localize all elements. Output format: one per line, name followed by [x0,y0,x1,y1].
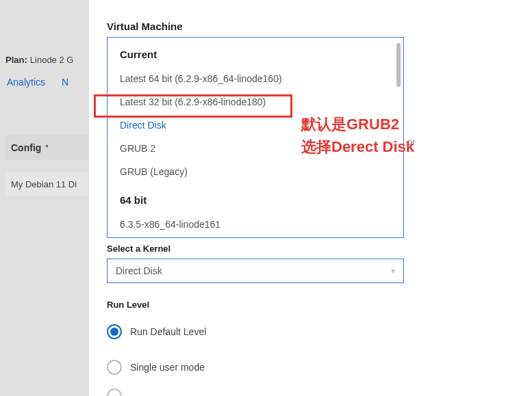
chevron-down-icon: ▾ [391,266,395,276]
radio-label: Run Default Level [130,326,206,337]
edit-config-modal: Virtual Machine or Current Latest 64 bit… [89,0,532,396]
annotation-line-1: 默认是GRUB2 [301,113,414,135]
radio-icon [107,360,122,375]
tab-analytics[interactable]: Analytics [7,77,45,88]
radio-icon [107,324,122,339]
radio-single-user[interactable]: Single user mode [107,360,205,375]
tab-n[interactable]: N [62,77,68,88]
select-kernel-label: Select a Kernel [107,243,170,254]
select-kernel-value: Direct Disk [116,265,162,276]
runlevel-label: Run Level [107,300,149,310]
dropdown-section-64bit: 64 bit [107,183,403,213]
radio-partial[interactable] [107,388,122,396]
config-section-header[interactable]: Config ˄ [5,135,89,160]
dropdown-item-latest-64[interactable]: Latest 64 bit (6.2.9-x86_64-linode160) [107,67,403,90]
annotation-line-2: 选择Derect Disk [301,135,414,158]
config-header-label: Config [11,142,41,153]
config-profile-name: My Debian 11 Di [11,179,77,189]
chevron-up-icon: ˄ [45,144,49,152]
dropdown-section-current: Current [107,38,403,67]
select-kernel-input[interactable]: Direct Disk ▾ [107,259,404,283]
vm-mode-label: Virtual Machine [107,21,183,32]
tab-row: Analytics N [7,77,68,88]
dropdown-item-635[interactable]: 6.3.5-x86_64-linode161 [107,213,403,236]
plan-value: Linode 2 G [30,55,74,65]
config-profile-row[interactable]: My Debian 11 Di [5,172,89,196]
radio-label: Single user mode [130,362,205,373]
dropdown-item-latest-32[interactable]: Latest 32 bit (6.2.9-x86-linode180) [107,90,403,114]
annotation-text: 默认是GRUB2 选择Derect Disk [301,113,414,158]
scrollbar-thumb[interactable] [396,43,401,87]
plan-label: Plan: [5,55,27,65]
radio-icon [107,388,122,396]
dropdown-item-grub-legacy[interactable]: GRUB (Legacy) [107,160,403,183]
plan-info: Plan: Linode 2 G [5,55,73,65]
radio-run-default[interactable]: Run Default Level [107,324,206,339]
